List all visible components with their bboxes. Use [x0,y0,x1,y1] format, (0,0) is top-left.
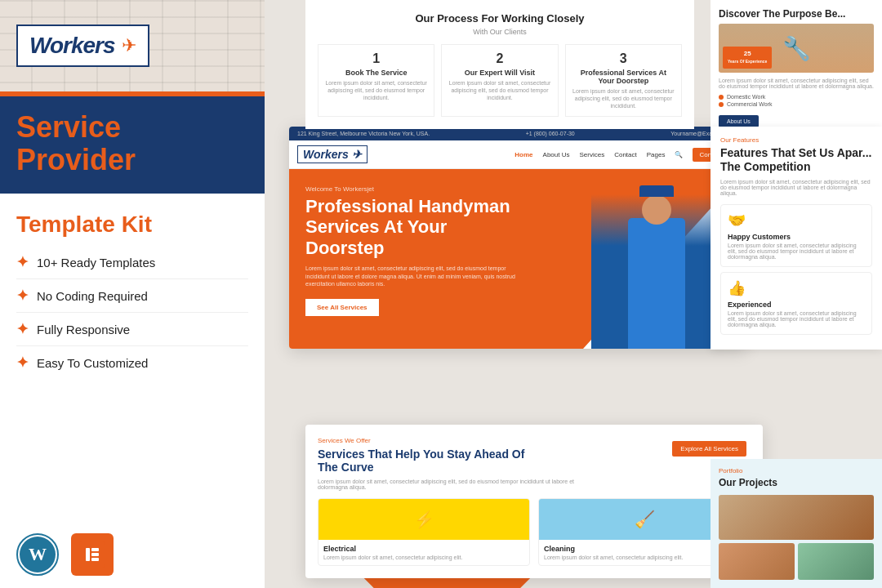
logo-box[interactable]: Workers ✈ [16,24,149,67]
about-button[interactable]: About Us [719,115,759,127]
process-steps: 1 Book The Service Lorem ipsum dolor sit… [318,44,682,117]
service-provider-title: Service Provider [16,111,248,176]
service-card-electrical: ⚡ Electrical Lorem ipsum dolor sit amet,… [318,498,530,566]
plus-icon-3: ✦ [16,320,29,338]
feature-label-1: 10+ Ready Templates [37,256,155,270]
nav-about[interactable]: About Us [543,151,570,158]
process-subtitle: With Our Clients [318,28,682,36]
process-title: Our Process For Working Closely [318,12,682,24]
svg-rect-7 [91,558,99,561]
step-desc-2: Lorem ipsum dolor sit amet, consectetur … [448,79,550,101]
experienced-name: Experienced [728,301,865,309]
services-desc: Lorem ipsum dolor sit amet, consectetur … [318,479,579,490]
portfolio-section: Portfolio Our Projects [710,459,882,588]
dot-2 [719,102,724,107]
nav-pages[interactable]: Pages [647,151,666,158]
nav-services[interactable]: Services [579,151,604,158]
electrical-image: ⚡ [318,499,529,540]
feature-item-3: ✦ Fully Responsive [16,313,248,346]
happy-customers-text: Lorem ipsum dolor sit amet, consectetur … [728,243,865,260]
nav-links: Home About Us Services Contact Pages 🔍 C… [514,148,738,162]
site-navbar: Workers ✈ Home About Us Services Contact… [289,140,746,169]
experienced-text: Lorem ipsum dolor sit amet, consectetur … [728,310,865,327]
process-section: Our Process For Working Closely With Our… [305,0,694,129]
process-step-2: 2 Our Expert Will Visit Lorem ipsum dolo… [441,44,558,117]
template-kit-title: Template Kit [0,203,265,242]
search-icon[interactable]: 🔍 [675,151,683,158]
portfolio-thumb-1 [719,543,795,580]
svg-rect-5 [91,548,99,551]
step-num-3: 3 [572,51,675,66]
step-label-3: Professional Services At Your Doorstep [572,69,675,85]
discover-item-1: Domestic Work [727,94,765,100]
feature-item-4: ✦ Easy To Customized [16,346,248,379]
happy-customers-icon: 🤝 [728,212,865,229]
process-step-3: 3 Professional Services At Your Doorstep… [565,44,682,117]
hero-welcome: Welcome To Workersjet [305,185,518,193]
step-desc-1: Lorem ipsum dolor sit amet, consectetur … [325,79,427,101]
discover-list-item-2: Commercial Work [719,101,874,107]
hero-screenshot: 121 King Street, Melbourne Victoria New … [289,127,746,349]
plus-icon-2: ✦ [16,287,29,305]
hero-worker-image [591,177,722,349]
hero-body: Welcome To Workersjet Professional Handy… [289,169,746,349]
feature-item-2: ✦ No Coding Required [16,279,248,313]
features-our-label: Our Features [720,136,872,144]
portfolio-label: Portfolio [719,467,874,474]
feature-experienced: 👍 Experienced Lorem ipsum dolor sit amet… [720,272,872,335]
feature-label-2: No Coding Required [37,289,148,303]
portfolio-grid [719,495,874,580]
plus-icon-4: ✦ [16,354,29,372]
electrical-body: Electrical Lorem ipsum dolor sit amet, c… [318,540,529,565]
process-step-1: 1 Book The Service Lorem ipsum dolor sit… [318,44,434,117]
hero-desc: Lorem ipsum dolor sit amet, consectetur … [305,265,518,288]
portfolio-title: Our Projects [719,477,874,488]
topbar-phone: +1 (800) 060-07-30 [526,131,575,136]
features-list: ✦ 10+ Ready Templates ✦ No Coding Requir… [0,242,265,387]
years-label: Years Of Experience [728,59,767,64]
hero-headline: Professional Handyman Services At Your D… [305,196,518,258]
logo-text: Workers [29,33,115,59]
plus-icon-1: ✦ [16,253,29,271]
discover-desc: Lorem ipsum dolor sit amet, consectetur … [719,78,874,89]
portfolio-thumb-main [719,495,874,540]
features-desc: Lorem ipsum dolor sit amet, consectetur … [720,179,872,196]
svg-rect-4 [86,548,90,561]
service-provider-section: Service Provider [0,96,265,194]
discover-list-item-1: Domestic Work [719,94,874,100]
cms-logos: W [0,521,265,588]
step-desc-3: Lorem ipsum dolor sit amet, consectetur … [572,87,675,109]
electrical-desc: Lorem ipsum dolor sit amet, consectetur … [323,555,524,560]
svg-text:W: W [29,544,47,564]
left-panel: Workers ✈ Service Provider Template Kit … [0,0,265,588]
feature-happy-customers: 🤝 Happy Customers Lorem ipsum dolor sit … [720,204,872,267]
discover-list: Domestic Work Commercial Work [719,94,874,107]
svg-rect-6 [91,553,99,556]
discover-item-2: Commercial Work [727,101,773,107]
features-card: Our Features Features That Set Us Apar..… [710,127,882,350]
feature-item-1: ✦ 10+ Ready Templates [16,246,248,279]
right-panel: Our Process For Working Closely With Our… [265,0,882,588]
explore-button[interactable]: Explore All Services [672,441,746,457]
nav-contact[interactable]: Contact [614,151,637,158]
portfolio-thumb-2 [798,543,874,580]
years-number: 25 [744,50,751,57]
hero-content: Welcome To Workersjet Professional Handy… [305,185,518,316]
step-label-1: Book The Service [325,69,427,77]
features-card-title: Features That Set Us Apar... The Competi… [720,146,872,174]
feature-label-4: Easy To Customized [37,356,148,370]
nav-logo[interactable]: Workers ✈ [297,145,368,163]
discover-title: Discover The Purpose Be... [719,8,874,20]
electrical-name: Electrical [323,545,524,553]
logo-icon: ✈ [122,35,136,56]
dot-1 [719,95,724,100]
hero-cta-button[interactable]: See All Services [305,299,379,316]
happy-customers-name: Happy Customers [728,233,865,241]
step-label-2: Our Expert Will Visit [448,69,550,77]
services-cards-row: ⚡ Electrical Lorem ipsum dolor sit amet,… [318,498,751,566]
nav-home[interactable]: Home [514,151,532,158]
experienced-icon: 👍 [728,279,865,297]
services-screenshot: Services We Offer Services That Help You… [305,425,763,578]
step-num-2: 2 [448,51,550,66]
wordpress-logo: W [16,533,59,576]
